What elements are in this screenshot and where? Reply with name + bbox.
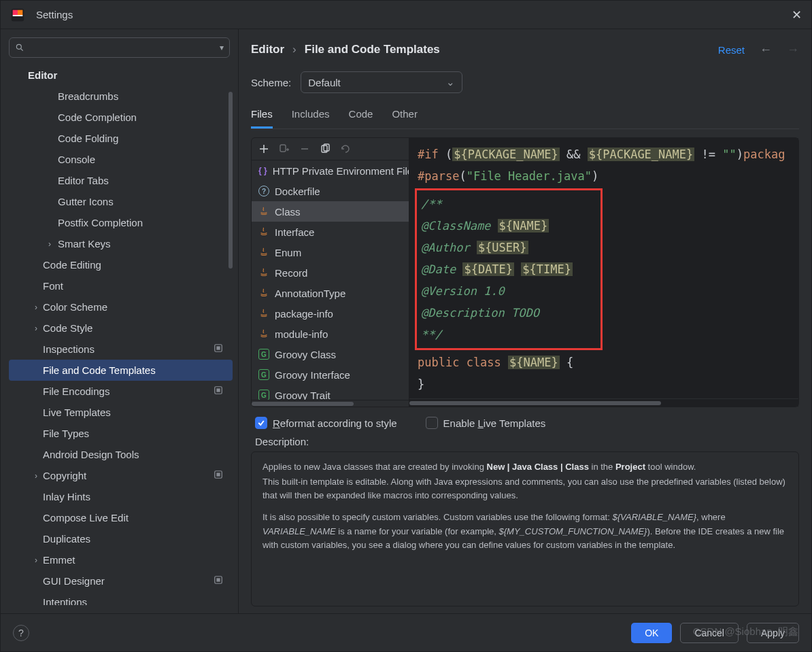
cancel-button[interactable]: Cancel xyxy=(680,623,739,643)
sidebar-item[interactable]: Font xyxy=(9,275,233,296)
template-item[interactable]: { }HTTP Private Environment File xyxy=(252,160,409,181)
ok-button[interactable]: OK xyxy=(631,623,672,643)
add-child-template-icon xyxy=(279,143,290,154)
template-list-panel: { }HTTP Private Environment File?Dockerf… xyxy=(252,138,409,407)
copy-template-icon[interactable] xyxy=(320,143,331,154)
sidebar-item[interactable]: ›Emmet xyxy=(9,549,233,570)
sidebar-item[interactable]: Console xyxy=(9,149,233,170)
sidebar-item[interactable]: ›Code Style xyxy=(9,318,233,339)
sidebar-item[interactable]: Compose Live Edit xyxy=(9,507,233,528)
template-item[interactable]: GGroovy Trait xyxy=(252,385,409,400)
nav-forward-icon: → xyxy=(787,43,799,57)
code-hscroll[interactable] xyxy=(409,398,798,407)
titlebar: Settings ✕ xyxy=(1,1,811,29)
template-item[interactable]: package-info xyxy=(252,303,409,324)
svg-rect-7 xyxy=(216,346,220,349)
scope-icon xyxy=(214,385,223,397)
sidebar-item[interactable]: Duplicates xyxy=(9,528,233,549)
sidebar-item[interactable]: File and Code Templates xyxy=(9,360,233,381)
sidebar-item[interactable]: ›Copyright xyxy=(9,465,233,486)
description-box: Applies to new Java classes that are cre… xyxy=(251,451,799,606)
svg-point-4 xyxy=(16,44,21,49)
template-item[interactable]: Record xyxy=(252,262,409,283)
sidebar-item[interactable]: Code Editing xyxy=(9,254,233,275)
java-icon xyxy=(258,226,269,237)
template-list-hscroll[interactable] xyxy=(252,400,409,407)
sidebar: ▾ Editor BreadcrumbsCode CompletionCode … xyxy=(1,29,239,613)
code-editor-panel: #if (${PACKAGE_NAME} && ${PACKAGE_NAME} … xyxy=(409,138,798,407)
sidebar-item[interactable]: Code Folding xyxy=(9,128,233,149)
svg-rect-13 xyxy=(216,578,220,581)
sidebar-item[interactable]: File Types xyxy=(9,423,233,444)
tab-files[interactable]: Files xyxy=(251,108,273,128)
sidebar-item[interactable]: Android Design Tools xyxy=(9,444,233,465)
tab-other[interactable]: Other xyxy=(392,108,418,128)
scope-icon xyxy=(214,470,223,481)
help-icon[interactable]: ? xyxy=(13,625,29,641)
breadcrumb: Editor › File and Code Templates xyxy=(251,43,440,56)
reset-link[interactable]: Reset xyxy=(718,44,745,56)
groovy-icon: G xyxy=(258,369,269,380)
sidebar-item[interactable]: Gutter Icons xyxy=(9,191,233,212)
sidebar-item[interactable]: ›Color Scheme xyxy=(9,296,233,318)
chevron-down-icon: ⌄ xyxy=(446,76,455,88)
sidebar-item[interactable]: Postfix Completion xyxy=(9,212,233,233)
reformat-checkbox[interactable]: RReformat according to styleeformat acco… xyxy=(255,417,397,429)
apply-button[interactable]: Apply xyxy=(747,623,799,643)
tab-code[interactable]: Code xyxy=(349,108,373,128)
add-template-icon[interactable] xyxy=(258,143,269,154)
settings-tree: Editor BreadcrumbsCode CompletionCode Fo… xyxy=(9,65,233,605)
nav-back-icon[interactable]: ← xyxy=(760,43,772,57)
java-icon xyxy=(258,328,269,339)
svg-rect-16 xyxy=(280,145,286,152)
template-item[interactable]: Interface xyxy=(252,222,409,242)
sidebar-item[interactable]: Code Completion xyxy=(9,107,233,128)
sidebar-item[interactable]: Breadcrumbs xyxy=(9,86,233,107)
enable-live-templates-checkbox[interactable]: Enable Live Templates xyxy=(426,417,546,429)
template-list[interactable]: { }HTTP Private Environment File?Dockerf… xyxy=(252,160,409,400)
template-item[interactable]: Class xyxy=(252,201,409,222)
template-item[interactable]: GGroovy Class xyxy=(252,344,409,364)
undo-icon xyxy=(340,143,351,154)
code-editor[interactable]: #if (${PACKAGE_NAME} && ${PACKAGE_NAME} … xyxy=(409,138,798,398)
java-icon xyxy=(258,247,269,258)
sidebar-item[interactable]: ›Smart Keys xyxy=(9,233,233,254)
svg-rect-3 xyxy=(13,15,23,16)
checkbox-unchecked-icon xyxy=(426,417,438,429)
sidebar-item[interactable]: Inlay Hints xyxy=(9,486,233,507)
java-icon xyxy=(258,267,269,278)
sidebar-item[interactable]: GUI Designer xyxy=(9,570,233,591)
svg-rect-1 xyxy=(13,10,18,14)
template-item[interactable]: Enum xyxy=(252,242,409,262)
sidebar-item[interactable]: Inspections xyxy=(9,339,233,360)
template-item[interactable]: module-info xyxy=(252,324,409,344)
description-label: Description: xyxy=(251,436,799,451)
groovy-icon: G xyxy=(258,349,269,360)
close-icon[interactable]: ✕ xyxy=(792,7,802,22)
tab-includes[interactable]: Includes xyxy=(292,108,330,128)
template-toolbar xyxy=(252,138,409,160)
braces-icon: { } xyxy=(258,165,267,176)
template-tabs: FilesIncludesCodeOther xyxy=(251,108,799,129)
scheme-select[interactable]: Default ⌄ xyxy=(301,71,462,93)
q-icon: ? xyxy=(258,186,269,196)
search-input[interactable]: ▾ xyxy=(9,37,230,58)
java-icon xyxy=(258,308,269,319)
tree-scrollbar[interactable] xyxy=(229,65,233,605)
window-title: Settings xyxy=(36,9,73,20)
svg-line-5 xyxy=(21,49,23,51)
footer: ? OK Cancel Apply xyxy=(1,613,811,651)
template-item[interactable]: GGroovy Interface xyxy=(252,364,409,385)
scope-icon xyxy=(214,575,223,587)
sidebar-item[interactable]: Live Templates xyxy=(9,402,233,423)
template-item[interactable]: AnnotationType xyxy=(252,283,409,303)
sidebar-item[interactable]: File Encodings xyxy=(9,381,233,402)
tree-header-editor[interactable]: Editor xyxy=(9,65,233,86)
checkbox-checked-icon xyxy=(255,417,267,429)
sidebar-item[interactable]: Editor Tabs xyxy=(9,170,233,191)
sidebar-item[interactable]: Intentions xyxy=(9,591,233,605)
breadcrumb-root[interactable]: Editor xyxy=(251,43,284,56)
remove-template-icon xyxy=(299,143,310,154)
java-icon xyxy=(258,206,269,217)
template-item[interactable]: ?Dockerfile xyxy=(252,181,409,201)
